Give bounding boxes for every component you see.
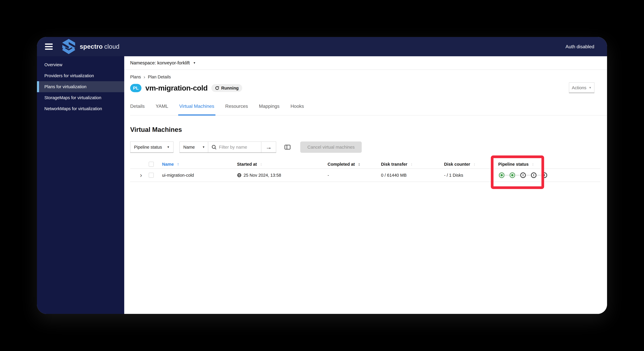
disk-counter-cell: - / 1 Disks (444, 173, 498, 178)
actions-button[interactable]: Actions ▼ (569, 82, 594, 93)
tab-label: Resources (225, 104, 248, 109)
tab[interactable]: Hooks (290, 104, 304, 115)
manage-columns-button[interactable] (284, 144, 291, 150)
hourglass-icon (522, 174, 524, 177)
search-input[interactable] (219, 145, 260, 150)
filter-attribute-select[interactable]: Name ▼ (180, 142, 208, 153)
columns-icon (284, 144, 291, 150)
tab[interactable]: Details (130, 104, 145, 115)
hourglass-icon (543, 174, 546, 177)
tab-label: Details (130, 104, 145, 109)
tab[interactable]: Virtual Machines (179, 104, 214, 115)
tab-label: Hooks (290, 104, 304, 109)
breadcrumb-plans-link[interactable]: Plans (130, 75, 141, 80)
app-window: spectrocloud Auth disabled Overview Prov… (37, 37, 607, 314)
sort-icon: ↕ (474, 162, 476, 167)
virtual-machines-table: Name ↑ Started at ↕ Completed at ↕ Dis (130, 160, 600, 182)
refresh-icon (215, 86, 219, 90)
sort-icon: ↕ (358, 162, 360, 167)
status-label: Running (221, 86, 239, 91)
breadcrumb: Plans › Plan Details (130, 74, 600, 80)
top-bar: spectrocloud Auth disabled (37, 37, 607, 56)
actions-button-label: Actions (572, 85, 586, 90)
table-row: › ui-migration-cold 25 Nov 2024, 13:58 (130, 169, 600, 182)
chevron-down-icon: ▼ (167, 146, 170, 149)
sidebar-nav: Overview Providers for virtualization Pl… (37, 56, 124, 314)
sidebar-item-label: Plans for virtualization (44, 84, 86, 89)
pipeline-step-icon (509, 172, 520, 179)
brand-text: spectrocloud (80, 43, 120, 50)
tab[interactable]: Mappings (259, 104, 280, 115)
chevron-down-icon: ▼ (202, 146, 205, 149)
filter-attribute-label: Name (183, 145, 195, 150)
column-header-disk-counter[interactable]: Disk counter ↕ (444, 162, 498, 167)
sidebar-item[interactable]: Plans for virtualization (37, 81, 124, 92)
column-header-completed-at[interactable]: Completed at ↕ (328, 162, 381, 167)
completed-at-cell: - (328, 173, 381, 178)
tab-label: Mappings (259, 104, 280, 109)
sort-icon: ↕ (532, 162, 534, 167)
disk-transfer-cell: 0 / 61440 MB (381, 173, 444, 178)
spectro-cloud-logo-icon (62, 39, 76, 54)
tab-label: YAML (156, 104, 168, 109)
tab-label: Virtual Machines (179, 104, 214, 109)
chevron-down-icon: ▼ (193, 61, 196, 65)
cancel-virtual-machines-button[interactable]: Cancel virtual machines (300, 142, 362, 153)
status-badge: Running (211, 84, 242, 92)
sidebar-item[interactable]: Overview (37, 59, 124, 70)
plan-tabs: Details YAML Virtual Machines Resources (130, 104, 607, 116)
sidebar-item[interactable]: NetworkMaps for virtualization (37, 103, 124, 114)
globe-icon (237, 173, 242, 177)
filter-toolbar: Pipeline status ▼ Name ▼ (130, 142, 600, 153)
sort-icon: ↕ (410, 162, 412, 167)
tab[interactable]: Resources (225, 104, 248, 115)
sidebar-item-label: Providers for virtualization (44, 73, 94, 78)
sidebar-item-label: NetworkMaps for virtualization (44, 106, 102, 111)
pipeline-status-filter-label: Pipeline status (134, 145, 162, 150)
pipeline-status-cell (498, 172, 560, 179)
column-header-name[interactable]: Name ↑ (156, 162, 237, 167)
column-header-disk-transfer[interactable]: Disk transfer ↕ (381, 162, 444, 167)
namespace-label: Namespace: konveyor-forklift (130, 60, 190, 66)
column-header-started-at[interactable]: Started at ↕ (237, 162, 328, 167)
plan-kind-badge: PL (130, 84, 142, 92)
sidebar-item[interactable]: StorageMaps for virtualization (37, 92, 124, 103)
chevron-down-icon: ▼ (589, 86, 592, 89)
started-at-cell: 25 Nov 2024, 13:58 (237, 173, 328, 178)
tab[interactable]: YAML (156, 104, 168, 115)
select-all-checkbox[interactable] (149, 162, 154, 167)
sidebar-item[interactable]: Providers for virtualization (37, 70, 124, 81)
chevron-right-icon: › (140, 172, 142, 179)
search-filter-group: Name ▼ → (180, 142, 276, 153)
pipeline-step-icon (541, 172, 548, 179)
pipeline-step-icon (520, 172, 530, 179)
column-header-pipeline-status[interactable]: Pipeline status ↕ (498, 162, 560, 167)
table-header-row: Name ↑ Started at ↕ Completed at ↕ Dis (130, 160, 600, 169)
section-heading: Virtual Machines (130, 126, 600, 133)
search-icon (212, 145, 216, 150)
breadcrumb-separator-icon: › (144, 74, 145, 80)
namespace-selector[interactable]: Namespace: konveyor-forklift ▼ (124, 56, 607, 70)
row-checkbox[interactable] (149, 173, 154, 178)
arrow-right-icon: → (266, 144, 272, 151)
pipeline-step-icon (498, 172, 509, 179)
sort-icon: ↕ (260, 162, 262, 167)
auth-status-label: Auth disabled (566, 44, 594, 50)
sidebar-item-label: Overview (44, 62, 62, 67)
hamburger-menu-icon[interactable] (45, 44, 53, 50)
pipeline-step-icon (530, 172, 541, 179)
pipeline-status-filter-select[interactable]: Pipeline status ▼ (130, 142, 174, 153)
sort-ascending-icon: ↑ (177, 162, 179, 167)
page-title: vm-migration-cold (145, 84, 208, 92)
vm-name-cell: ui-migration-cold (156, 173, 237, 178)
apply-filter-button[interactable]: → (261, 142, 276, 153)
breadcrumb-current: Plan Details (148, 75, 171, 80)
plan-title-row: PL vm-migration-cold Running (130, 82, 600, 94)
hourglass-icon (532, 174, 535, 177)
sidebar-item-label: StorageMaps for virtualization (44, 95, 101, 100)
